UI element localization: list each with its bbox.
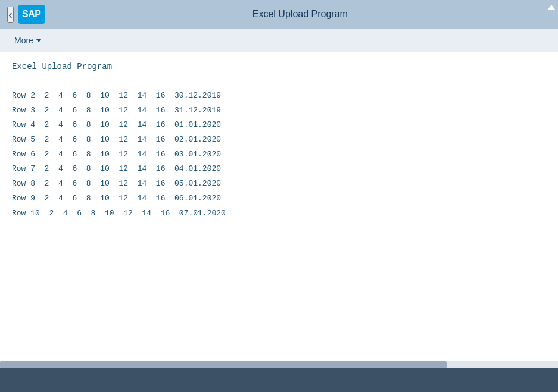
chevron-down-icon	[36, 39, 42, 42]
list-item: Row 5 2 4 6 8 10 12 14 16 02.01.2020	[12, 133, 546, 148]
horizontal-scrollbar-track[interactable]	[0, 361, 558, 368]
list-item: Row 10 2 4 6 8 10 12 14 16 07.01.2020	[12, 206, 546, 221]
sap-logo-flag	[548, 5, 555, 10]
sap-logo-text: SAP	[22, 9, 40, 20]
list-item: Row 7 2 4 6 8 10 12 14 16 04.01.2020	[12, 162, 546, 177]
list-item: Row 9 2 4 6 8 10 12 14 16 06.01.2020	[12, 192, 546, 206]
title-divider	[12, 79, 546, 79]
header-title: Excel Upload Program	[49, 9, 551, 20]
sap-logo: SAP	[18, 5, 45, 24]
page-title: Excel Upload Program	[12, 62, 546, 71]
list-item: Row 4 2 4 6 8 10 12 14 16 01.01.2020	[12, 118, 546, 133]
list-item: Row 2 2 4 6 8 10 12 14 16 30.12.2019	[12, 89, 546, 104]
list-item: Row 8 2 4 6 8 10 12 14 16 05.01.2020	[12, 177, 546, 192]
list-item: Row 3 2 4 6 8 10 12 14 16 31.12.2019	[12, 104, 546, 118]
status-bar	[0, 368, 558, 392]
data-rows: Row 2 2 4 6 8 10 12 14 16 30.12.2019 Row…	[12, 89, 546, 221]
app-header: ‹ SAP Excel Upload Program	[0, 0, 558, 29]
toolbar: More	[0, 29, 558, 52]
list-item: Row 6 2 4 6 8 10 12 14 16 03.01.2020	[12, 148, 546, 162]
more-label: More	[14, 36, 33, 45]
horizontal-scrollbar-thumb[interactable]	[0, 361, 447, 368]
more-button[interactable]: More	[10, 33, 46, 48]
main-content: Excel Upload Program Row 2 2 4 6 8 10 12…	[0, 52, 558, 230]
back-button[interactable]: ‹	[7, 7, 14, 23]
